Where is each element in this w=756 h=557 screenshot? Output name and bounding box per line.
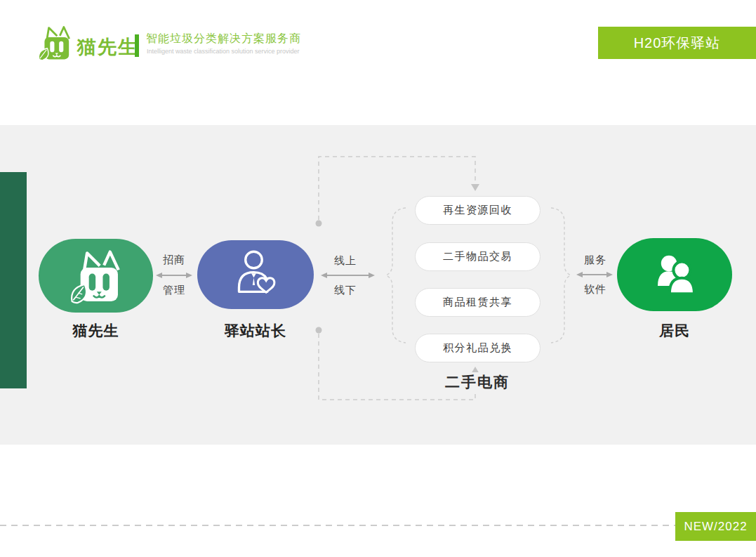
connector-label-xianxia: 线下 xyxy=(324,284,366,297)
person-heart-icon xyxy=(226,245,285,304)
node-residents xyxy=(617,238,732,311)
service-box-recycling: 再生资源回收 xyxy=(415,196,541,225)
connector-label-ruanjian: 软件 xyxy=(574,283,616,296)
tagline-zh: 智能垃圾分类解决方案服务商 xyxy=(146,32,301,46)
node-label-maoxiansheng: 猫先生 xyxy=(39,321,153,341)
service-box-rental-sharing: 商品租赁共享 xyxy=(415,288,541,317)
connector-label-zhaoshang: 招商 xyxy=(153,254,195,267)
logo: 猫先生 智能垃圾分类解决方案服务商 Intelligent waste clas… xyxy=(35,22,330,65)
header-banner: H20环保驿站 xyxy=(598,27,756,59)
service-box-secondhand-trade: 二手物品交易 xyxy=(415,242,541,271)
connector-label-fuwu: 服务 xyxy=(574,254,616,267)
footer-badge: NEW/2022 xyxy=(675,512,756,541)
slide: 猫先生 智能垃圾分类解决方案服务商 Intelligent waste clas… xyxy=(0,0,756,557)
cat-logo-icon xyxy=(35,24,74,63)
logo-divider xyxy=(135,34,139,57)
left-accent-bar xyxy=(0,172,27,388)
node-label-residents: 居民 xyxy=(617,321,732,341)
users-icon xyxy=(646,247,703,303)
logo-text: 猫先生 xyxy=(77,34,138,60)
node-maoxiansheng xyxy=(39,239,153,313)
connector-label-guanli: 管理 xyxy=(153,284,195,297)
tagline-en: Intelligent waste classification solutio… xyxy=(147,48,300,55)
node-stationmaster xyxy=(197,240,314,309)
connector-label-xianshang: 线上 xyxy=(324,254,366,268)
service-group-label: 二手电商 xyxy=(418,372,537,392)
service-box-points-redemption: 积分礼品兑换 xyxy=(415,334,541,362)
node-label-stationmaster: 驿站站长 xyxy=(197,321,314,341)
cat-icon xyxy=(66,246,126,306)
